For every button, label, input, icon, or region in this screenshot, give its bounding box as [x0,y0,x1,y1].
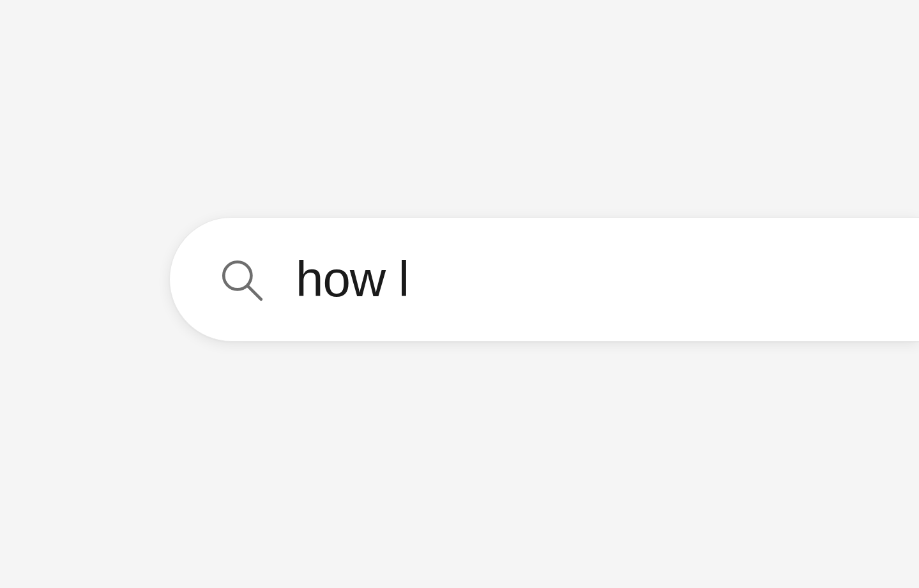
svg-line-1 [248,286,261,299]
search-icon [218,256,265,303]
search-bar[interactable] [169,217,919,342]
search-input[interactable] [296,218,919,341]
svg-point-0 [224,262,251,289]
